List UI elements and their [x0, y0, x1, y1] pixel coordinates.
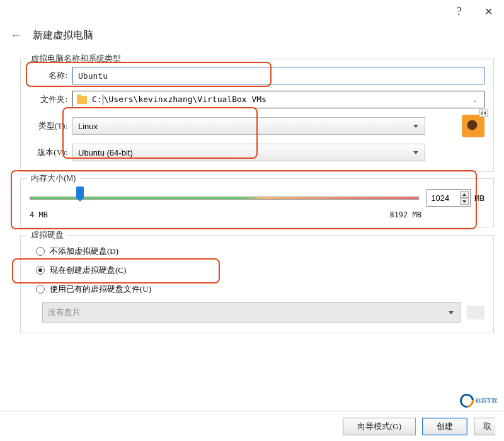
- memory-legend: 内存大小(M): [27, 173, 80, 184]
- type-value: Linux: [78, 122, 98, 131]
- folder-path: C:\Users\kevinxzhang\VirtualBox VMs: [92, 94, 266, 105]
- spinner-down[interactable]: [460, 198, 469, 205]
- disk-file-select: 没有盘片: [42, 302, 461, 323]
- memory-unit: MB: [474, 193, 484, 203]
- radio-create[interactable]: [36, 266, 45, 275]
- watermark: 创新互联: [454, 391, 504, 411]
- os-arch-badge: 64: [479, 110, 488, 117]
- create-button[interactable]: 创建: [422, 418, 467, 435]
- help-icon[interactable]: ?: [457, 5, 462, 18]
- radio-existing-label: 使用已有的虚拟硬盘文件(U): [50, 284, 151, 295]
- browse-disk-icon: [467, 306, 484, 319]
- disk-file-placeholder: 没有盘片: [48, 307, 81, 318]
- version-dropdown[interactable]: Ubuntu (64-bit): [72, 144, 425, 161]
- radio-none-row[interactable]: 不添加虚拟硬盘(D): [30, 246, 484, 257]
- chevron-down-icon: [413, 125, 418, 128]
- folder-select[interactable]: C:\Users\kevinxzhang\VirtualBox VMs ⌄: [72, 91, 484, 108]
- dialog-window: ? ✕ ← 新建虚拟电脑 虚拟电脑名称和系统类型 名称: 文件夹: C:\Use…: [0, 0, 504, 441]
- memory-max: 8192 MB: [389, 210, 421, 219]
- spinner-up[interactable]: [460, 191, 469, 198]
- name-label: 名称:: [30, 70, 67, 81]
- page-title: 新建虚拟电脑: [33, 29, 93, 42]
- chevron-down-icon: ⌄: [472, 96, 478, 103]
- memory-slider[interactable]: [30, 190, 419, 205]
- radio-create-row[interactable]: 现在创建虚拟硬盘(C): [30, 265, 484, 276]
- memory-min: 4 MB: [30, 210, 48, 219]
- name-input[interactable]: [72, 67, 484, 84]
- chevron-down-icon: [449, 311, 454, 314]
- radio-none-label: 不添加虚拟硬盘(D): [50, 246, 118, 257]
- disk-legend: 虚拟硬盘: [27, 229, 67, 241]
- memory-value: 1024: [431, 193, 449, 203]
- disk-group: 虚拟硬盘 不添加虚拟硬盘(D) 现在创建虚拟硬盘(C) 使用已有的虚拟硬盘文件(…: [20, 235, 494, 333]
- radio-existing[interactable]: [36, 285, 45, 294]
- memory-spinner[interactable]: 1024: [427, 189, 471, 207]
- radio-none[interactable]: [36, 247, 45, 256]
- folder-label: 文件夹:: [30, 94, 67, 105]
- slider-thumb[interactable]: [76, 186, 84, 198]
- memory-group: 内存大小(M) 1024 MB 4 MB 8192 MB: [20, 178, 494, 227]
- type-dropdown[interactable]: Linux: [72, 117, 425, 135]
- version-value: Ubuntu (64-bit): [78, 148, 133, 158]
- folder-icon: [77, 96, 87, 104]
- os-icon: 64: [462, 115, 484, 137]
- name-os-legend: 虚拟电脑名称和系统类型: [27, 53, 125, 64]
- name-os-group: 虚拟电脑名称和系统类型 名称: 文件夹: C:\Users\kevinxzhan…: [20, 59, 494, 172]
- cancel-button[interactable]: 取: [474, 418, 495, 435]
- version-label: 版本(V):: [30, 147, 67, 158]
- guided-mode-button[interactable]: 向导模式(G): [343, 418, 416, 435]
- bottom-bar: 向导模式(G) 创建 取: [0, 411, 504, 441]
- type-label: 类型(T):: [30, 120, 67, 132]
- radio-create-label: 现在创建虚拟硬盘(C): [50, 265, 126, 276]
- close-icon[interactable]: ✕: [484, 6, 493, 18]
- radio-existing-row[interactable]: 使用已有的虚拟硬盘文件(U): [30, 284, 484, 295]
- titlebar: ? ✕: [0, 0, 504, 23]
- chevron-down-icon: [413, 151, 418, 154]
- back-button[interactable]: ←: [8, 28, 24, 43]
